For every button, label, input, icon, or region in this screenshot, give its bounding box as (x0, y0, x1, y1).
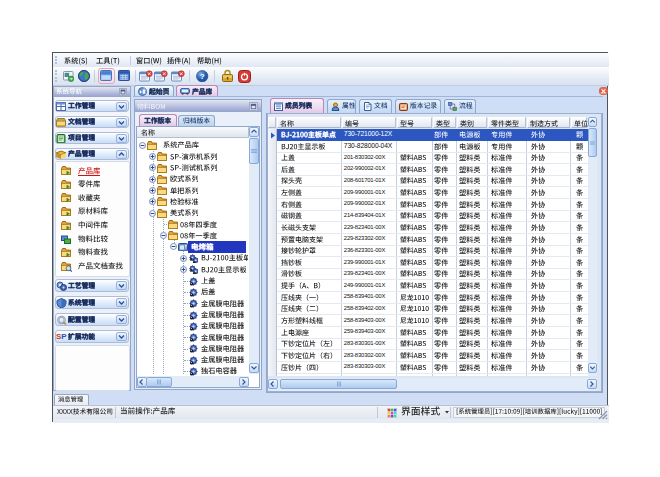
svg-text:?: ? (200, 72, 205, 81)
